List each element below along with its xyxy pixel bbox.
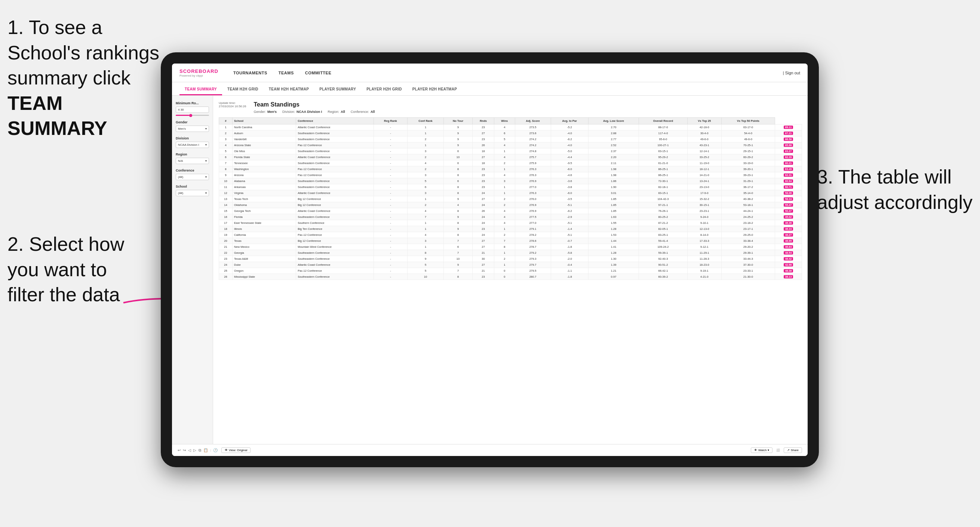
table-row[interactable]: 4Arizona StatePac-12 Conference-19264274… [219, 143, 802, 148]
table-cell: 95-29-2 [639, 154, 687, 160]
table-cell: Alabama [232, 178, 296, 184]
table-cell: 15 [219, 208, 232, 214]
table-row[interactable]: 6Florida StateAtlantic Coast Conference-… [219, 154, 802, 160]
table-cell: 46.34 [775, 226, 802, 232]
clock-icon[interactable]: 🕐 [213, 448, 218, 452]
table-cell: 9-12-1 [687, 244, 721, 250]
table-row[interactable]: 7TennesseeSoutheastern Conference-461822… [219, 160, 802, 166]
table-cell: 4 [494, 172, 515, 178]
table-row[interactable]: 26Mississippi StateSoutheastern Conferen… [219, 274, 802, 280]
table-row[interactable]: 18IllinoisBig Ten Conference-19231279.1-… [219, 226, 802, 232]
table-row[interactable]: 15Georgia TechAtlantic Coast Conference-… [219, 208, 802, 214]
table-cell: - [374, 190, 407, 196]
table-cell: 2.37 [588, 148, 639, 154]
table-cell: 83-15-1 [639, 190, 687, 196]
table-cell: Big 12 Conference [296, 238, 374, 244]
table-cell: Mountain West Conference [296, 244, 374, 250]
table-cell: 4 [407, 160, 444, 166]
table-cell: 8 [444, 220, 472, 226]
table-cell: Oklahoma [232, 202, 296, 208]
watch-button[interactable]: 👁 Watch ▾ [751, 448, 773, 453]
table-row[interactable]: 10AlabamaSoutheastern Conference-5623327… [219, 178, 802, 184]
table-cell: 61-21-0 [639, 160, 687, 166]
table-row[interactable]: 20TexasBig 12 Conference-37277278.6-0.71… [219, 238, 802, 244]
table-cell: 11-19-0 [687, 160, 721, 166]
table-row[interactable]: 14OklahomaBig 12 Conference-24242276.9-5… [219, 202, 802, 208]
table-cell: 9 [444, 196, 472, 202]
view-original-button[interactable]: 👁 View: Original [221, 448, 250, 453]
table-row[interactable]: 9ArizonaPac-12 Conference-38234276.3-4.6… [219, 172, 802, 178]
table-row[interactable]: 5Ole MissSoutheastern Conference-3618127… [219, 148, 802, 154]
sign-out[interactable]: | Sign out [783, 71, 800, 75]
prev-icon[interactable]: ◁ [188, 448, 191, 452]
next-icon[interactable]: ▷ [193, 448, 196, 452]
table-row[interactable]: 16FloridaSoutheastern Conference-7924427… [219, 214, 802, 220]
col-no-tour: No Tour [444, 118, 472, 124]
table-row[interactable]: 17East Tennessee StateSouthern Conferenc… [219, 220, 802, 226]
table-row[interactable]: 1North CarolinaAtlantic Coast Conference… [219, 124, 802, 130]
undo-icon[interactable]: ↩ [178, 448, 181, 452]
table-cell: 9 [444, 214, 472, 220]
tab-player-h2h-grid[interactable]: PLAYER H2H GRID [361, 84, 407, 95]
table-cell: 8 [219, 166, 232, 172]
table-cell: 55.47 [775, 202, 802, 208]
table-cell: -6.2 [551, 137, 588, 143]
tab-player-h2h-heatmap[interactable]: PLAYER H2H HEATMAP [407, 84, 462, 95]
table-cell: 11 [219, 184, 232, 190]
filter-region-control[interactable]: N/A ▾ [176, 158, 209, 164]
table-cell: 2 [407, 166, 444, 172]
logo-area: SCOREBOARD Powered by clippi [180, 68, 218, 77]
table-cell: 82-05-1 [639, 226, 687, 232]
table-cell: 5 [407, 268, 444, 274]
tab-team-h2h-grid[interactable]: TEAM H2H GRID [222, 84, 264, 95]
minimum-rank-slider-thumb[interactable] [189, 114, 192, 117]
nav-committee[interactable]: COMMITTEE [305, 71, 332, 75]
filter-division-control[interactable]: NCAA Division I ▾ [176, 142, 209, 148]
filter-conference-control[interactable]: (All) ▾ [176, 174, 209, 180]
minimum-rank-slider-fill [176, 115, 189, 116]
table-cell: 1.86 [588, 178, 639, 184]
table-row[interactable]: 12VirginiaAtlantic Coast Conference-3824… [219, 190, 802, 196]
table-row[interactable]: 21New MexicoMountain West Conference-162… [219, 244, 802, 250]
table-cell: 9-19-1 [687, 268, 721, 274]
filter-minimum-rank-control[interactable]: 4 30 [176, 106, 209, 113]
table-cell: -4.4 [551, 154, 588, 160]
nav-tournaments[interactable]: TOURNAMENTS [233, 71, 267, 75]
table-row[interactable]: 11ArkansasSoutheastern Conference-682312… [219, 184, 802, 190]
table-row[interactable]: 23Texas A&MSoutheastern Conference-91030… [219, 256, 802, 262]
table-cell: 9 [444, 130, 472, 137]
table-cell: 8 [494, 244, 515, 250]
redo-icon[interactable]: ↪ [183, 448, 186, 452]
filter-school-control[interactable]: (All) ▾ [176, 190, 209, 196]
table-row[interactable]: 3VanderbiltSoutheastern Conference-29235… [219, 137, 802, 143]
table-row[interactable]: 22GeorgiaSoutheastern Conference-8721127… [219, 250, 802, 256]
table-cell: 276.3 [515, 172, 551, 178]
nav-teams[interactable]: TEAMS [278, 71, 294, 75]
table-cell: 1.53 [588, 232, 639, 238]
table-cell: Southeastern Conference [296, 148, 374, 154]
table-cell: 276.9 [515, 208, 551, 214]
share-button[interactable]: ↗ Share [784, 448, 802, 453]
tab-player-summary[interactable]: PLAYER SUMMARY [314, 84, 361, 95]
table-cell: 3 [494, 178, 515, 184]
tab-team-h2h-heatmap[interactable]: TEAM H2H HEATMAP [264, 84, 314, 95]
table-row[interactable]: 13Texas TechBig 12 Conference-19272276.0… [219, 196, 802, 202]
filter-gender-control[interactable]: Men's ▾ [176, 125, 209, 132]
copy-icon[interactable]: ⧉ [199, 448, 201, 452]
table-row[interactable]: 2AuburnSoutheastern Conference-19276273.… [219, 130, 802, 137]
table-cell: Texas A&M [232, 256, 296, 262]
nav-items: TOURNAMENTS TEAMS COMMITTEE [233, 71, 772, 75]
tab-team-summary[interactable]: TEAM SUMMARY [180, 84, 222, 95]
table-cell: 1.21 [588, 268, 639, 274]
table-cell: 5 [407, 262, 444, 268]
table-row[interactable]: 19CaliforniaPac-12 Conference-48242278.2… [219, 232, 802, 238]
watch-chevron: ▾ [768, 449, 769, 452]
table-cell: - [374, 202, 407, 208]
table-row[interactable]: 24DukeAtlantic Coast Conference-59271279… [219, 262, 802, 268]
filter-conference-label: Conference [176, 168, 209, 172]
table-row[interactable]: 8WashingtonPac-12 Conference-28231276.3-… [219, 166, 802, 172]
paste-icon[interactable]: 📋 [204, 448, 208, 452]
table-row[interactable]: 25OregonPac-12 Conference-57210279.5-1.1… [219, 268, 802, 274]
table-cell: 8 [407, 250, 444, 256]
table-cell: 49-6-0 [687, 137, 721, 143]
